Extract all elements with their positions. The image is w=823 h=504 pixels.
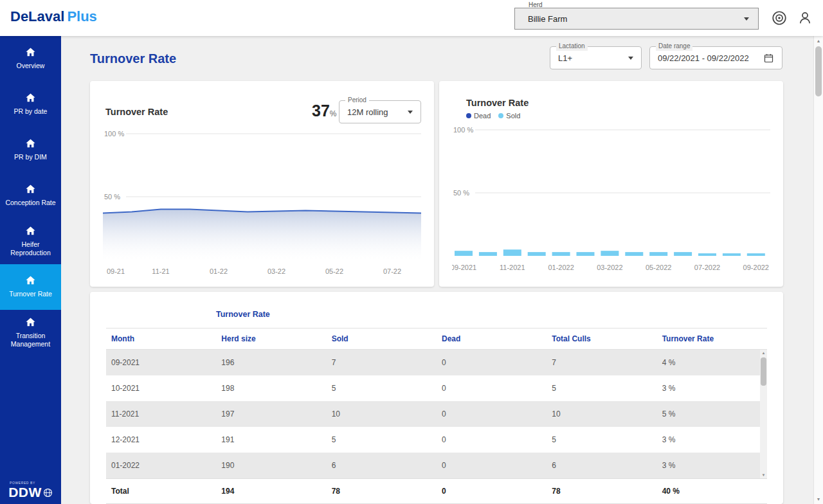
sidebar-item-conception-rate[interactable]: Conception Rate [0,173,61,219]
calendar-icon [763,53,774,64]
chevron-down-icon [408,111,413,114]
kpi-value: 37 [312,102,330,120]
brand-plus: Plus [67,8,96,24]
table-cell: 10-2021 [106,384,216,393]
column-header: Herd size [216,334,326,343]
table-cell: 198 [216,384,326,393]
sidebar-item-overview[interactable]: Overview [0,36,61,82]
scroll-down-arrow[interactable]: ▼ [760,473,767,477]
legend-dead-dot [466,113,471,118]
date-range-field[interactable]: Date range 09/22/2021 - 09/22/2022 [649,46,782,69]
date-range-label: Date range [656,42,692,51]
table-cell: 6 [547,461,656,470]
total-cell: 78 [327,487,437,496]
table-cell: 4 % [657,358,767,367]
period-select[interactable]: Period 12M rolling [339,100,421,123]
svg-text:07-2022: 07-2022 [694,264,720,271]
scroll-up-arrow[interactable]: ▲ [760,351,767,355]
table-total-row: Total1947807840 % [106,478,767,504]
page-scrollbar-thumb[interactable] [815,46,822,96]
table-scrollbar[interactable]: ▲ ▼ [760,350,767,478]
table-cell: 5 % [657,410,767,419]
table-cell: 09-2021 [106,358,216,367]
sidebar-item-label: Transition Management [3,332,59,348]
table-cell: 3 % [657,384,767,393]
lactation-value: L1+ [558,53,572,63]
table-cell: 11-2021 [106,410,216,419]
home-icon [25,275,36,286]
table-row: 01-20221906063 % [106,453,767,478]
svg-text:50 %: 50 % [453,189,469,197]
svg-text:11-21: 11-21 [152,267,169,275]
turnover-kpi: 37% [312,102,336,120]
sidebar-item-transition-management[interactable]: Transition Management [0,310,61,356]
svg-text:01-2022: 01-2022 [548,264,574,271]
table-cell: 0 [437,384,547,393]
total-cell: Total [106,487,216,496]
scroll-down-arrow[interactable]: ▼ [814,497,823,501]
sidebar-item-label: Heifer Reproduction [3,240,59,257]
brand-delaval: DeLaval [10,8,64,24]
charts-row: Turnover Rate 37% Period 12M rolling 100… [90,81,783,287]
table-cell: 196 [216,358,326,367]
table-cell: 10 [547,410,656,419]
table-cell: 01-2022 [106,461,216,470]
turnover-line-chart: 100 %50 %09-2111-2101-2203-2205-2207-22 [103,129,421,280]
lactation-label: Lactation [556,42,588,51]
table-scrollbar-thumb[interactable] [761,357,766,386]
period-label: Period [345,96,369,105]
target-icon[interactable] [771,10,788,26]
chevron-down-icon [744,17,749,21]
table-cell: 10 [327,410,437,419]
sidebar-item-label: Conception Rate [5,199,55,207]
legend-sold-dot [498,113,503,118]
table-cell: 191 [216,435,326,444]
app-logo: DeLavalPlus [10,8,97,25]
sidebar-item-label: Overview [17,62,45,70]
table-row: 11-2021197100105 % [106,401,767,427]
column-header: Turnover Rate [657,334,767,343]
herd-value: Billie Farm [528,14,567,24]
table-cell: 5 [547,435,656,444]
total-cell: 194 [216,487,326,496]
table-row: 09-20211967074 % [106,350,767,375]
sidebar-item-pr-by-date[interactable]: PR by date [0,82,61,127]
svg-text:09-2022: 09-2022 [743,264,769,271]
table-cell: 3 % [657,435,767,444]
table-cell: 5 [327,384,437,393]
table-cell: 0 [437,461,547,470]
table-row: 10-20211985053 % [106,375,767,401]
table-title: Turnover Rate [216,310,270,319]
table-cell: 197 [216,410,326,419]
legend-dead: Dead [466,112,491,120]
table-cell: 7 [327,358,437,367]
table-cell: 12-2021 [106,435,216,444]
page-scrollbar[interactable]: ▲ ▼ [813,36,823,504]
lactation-select[interactable]: Lactation L1+ [550,46,642,69]
period-value: 12M rolling [347,107,388,117]
table-cell: 5 [547,384,656,393]
table-cell: 0 [437,358,547,367]
svg-text:100 %: 100 % [104,130,124,138]
herd-select[interactable]: Billie Farm [514,8,759,30]
sidebar-item-turnover-rate[interactable]: Turnover Rate [0,264,61,310]
home-icon [25,47,36,58]
svg-text:50 %: 50 % [104,193,120,201]
scroll-up-arrow[interactable]: ▲ [814,39,823,43]
person-icon[interactable] [797,10,813,26]
home-icon [25,184,36,195]
column-header: Total Culls [547,334,656,343]
sidebar-item-heifer-reproduction[interactable]: Heifer Reproduction [0,219,61,264]
sidebar-nav: OverviewPR by datePR by DIMConception Ra… [0,36,61,356]
svg-text:09-2021: 09-2021 [452,264,476,271]
table-cell: 190 [216,461,326,470]
home-icon [25,138,36,149]
turnover-table-card: Turnover Rate MonthHerd sizeSoldDeadTota… [90,292,783,504]
sidebar-item-pr-by-dim[interactable]: PR by DIM [0,127,61,173]
sidebar-item-label: PR by date [14,107,48,116]
sidebar-item-label: Turnover Rate [9,290,52,298]
table-cell: 3 % [657,461,767,470]
table-cell: 0 [437,410,547,419]
top-header: DeLavalPlus Herd Billie Farm [0,0,823,36]
table-cell: 7 [547,358,656,367]
